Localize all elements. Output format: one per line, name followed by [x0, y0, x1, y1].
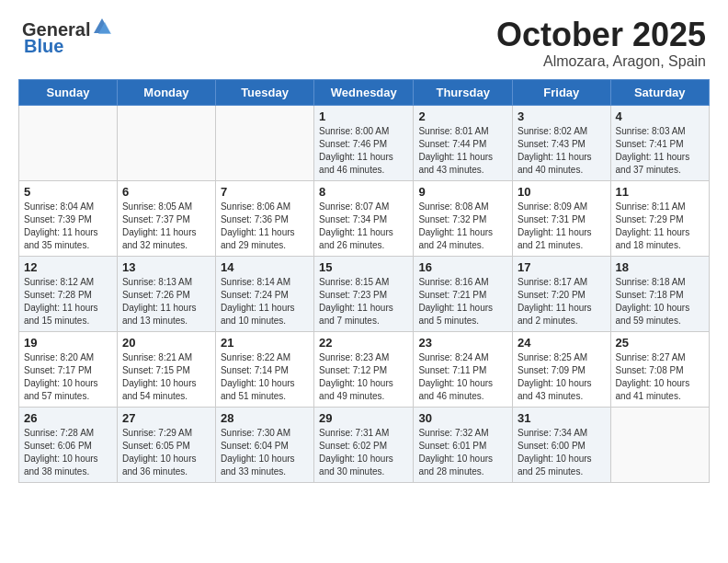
calendar-cell: [610, 407, 709, 482]
calendar-cell: 9Sunrise: 8:08 AM Sunset: 7:32 PM Daylig…: [414, 180, 513, 256]
day-info: Sunrise: 8:02 AM Sunset: 7:43 PM Dayligh…: [518, 125, 606, 177]
day-info: Sunrise: 8:14 AM Sunset: 7:24 PM Dayligh…: [221, 276, 309, 327]
calendar-cell: 5Sunrise: 8:04 AM Sunset: 7:39 PM Daylig…: [19, 180, 118, 256]
calendar-cell: 22Sunrise: 8:23 AM Sunset: 7:12 PM Dayli…: [314, 331, 414, 407]
calendar-cell: 8Sunrise: 8:07 AM Sunset: 7:34 PM Daylig…: [314, 180, 414, 256]
day-number: 24: [518, 336, 606, 350]
day-number: 4: [616, 109, 704, 123]
weekday-header-row: SundayMondayTuesdayWednesdayThursdayFrid…: [19, 79, 710, 105]
calendar-cell: 29Sunrise: 7:31 AM Sunset: 6:02 PM Dayli…: [314, 407, 414, 482]
day-number: 10: [518, 185, 606, 199]
day-number: 20: [122, 336, 210, 350]
day-number: 27: [122, 411, 210, 425]
day-number: 14: [221, 260, 309, 274]
calendar-wrapper: SundayMondayTuesdayWednesdayThursdayFrid…: [0, 79, 728, 492]
calendar-cell: 14Sunrise: 8:14 AM Sunset: 7:24 PM Dayli…: [215, 256, 313, 331]
day-number: 16: [418, 260, 507, 274]
day-number: 23: [418, 336, 507, 350]
logo-blue: Blue: [24, 37, 63, 55]
weekday-sunday: Sunday: [19, 79, 118, 105]
day-number: 29: [319, 411, 408, 425]
calendar-cell: 30Sunrise: 7:32 AM Sunset: 6:01 PM Dayli…: [414, 407, 513, 482]
day-info: Sunrise: 8:15 AM Sunset: 7:23 PM Dayligh…: [319, 276, 408, 327]
calendar-cell: 1Sunrise: 8:00 AM Sunset: 7:46 PM Daylig…: [314, 105, 414, 180]
location-title: Almozara, Aragon, Spain: [496, 53, 706, 70]
day-info: Sunrise: 8:06 AM Sunset: 7:36 PM Dayligh…: [221, 201, 309, 252]
day-number: 25: [616, 336, 704, 350]
day-info: Sunrise: 8:17 AM Sunset: 7:20 PM Dayligh…: [518, 276, 606, 327]
calendar-week-3: 12Sunrise: 8:12 AM Sunset: 7:28 PM Dayli…: [19, 256, 710, 331]
day-number: 28: [221, 411, 309, 425]
day-number: 11: [616, 185, 704, 199]
weekday-wednesday: Wednesday: [314, 79, 414, 105]
calendar-cell: [117, 105, 215, 180]
weekday-friday: Friday: [513, 79, 611, 105]
day-number: 7: [221, 185, 309, 199]
day-info: Sunrise: 7:29 AM Sunset: 6:05 PM Dayligh…: [122, 427, 210, 478]
calendar-table: SundayMondayTuesdayWednesdayThursdayFrid…: [18, 79, 710, 483]
calendar-cell: 11Sunrise: 8:11 AM Sunset: 7:29 PM Dayli…: [610, 180, 709, 256]
day-info: Sunrise: 8:01 AM Sunset: 7:44 PM Dayligh…: [418, 125, 507, 177]
day-number: 22: [319, 336, 408, 350]
weekday-saturday: Saturday: [610, 79, 709, 105]
calendar-week-1: 1Sunrise: 8:00 AM Sunset: 7:46 PM Daylig…: [19, 105, 710, 180]
day-info: Sunrise: 8:25 AM Sunset: 7:09 PM Dayligh…: [518, 351, 606, 403]
day-number: 15: [319, 260, 408, 274]
day-info: Sunrise: 8:07 AM Sunset: 7:34 PM Dayligh…: [319, 201, 408, 252]
calendar-cell: [19, 105, 118, 180]
day-info: Sunrise: 7:28 AM Sunset: 6:06 PM Dayligh…: [24, 427, 112, 478]
day-info: Sunrise: 8:12 AM Sunset: 7:28 PM Dayligh…: [24, 276, 112, 327]
day-info: Sunrise: 8:18 AM Sunset: 7:18 PM Dayligh…: [616, 276, 704, 327]
calendar-cell: 13Sunrise: 8:13 AM Sunset: 7:26 PM Dayli…: [117, 256, 215, 331]
header: General Blue October 2025 Almozara, Arag…: [0, 0, 728, 79]
calendar-cell: 15Sunrise: 8:15 AM Sunset: 7:23 PM Dayli…: [314, 256, 414, 331]
day-number: 19: [24, 336, 112, 350]
calendar-cell: 2Sunrise: 8:01 AM Sunset: 7:44 PM Daylig…: [414, 105, 513, 180]
day-number: 1: [319, 109, 408, 123]
calendar-cell: 10Sunrise: 8:09 AM Sunset: 7:31 PM Dayli…: [513, 180, 611, 256]
calendar-cell: [215, 105, 313, 180]
day-number: 31: [518, 411, 606, 425]
calendar-cell: 16Sunrise: 8:16 AM Sunset: 7:21 PM Dayli…: [414, 256, 513, 331]
day-number: 8: [319, 185, 408, 199]
day-info: Sunrise: 8:24 AM Sunset: 7:11 PM Dayligh…: [418, 351, 507, 403]
calendar-cell: 18Sunrise: 8:18 AM Sunset: 7:18 PM Dayli…: [610, 256, 709, 331]
calendar-cell: 25Sunrise: 8:27 AM Sunset: 7:08 PM Dayli…: [610, 331, 709, 407]
calendar-cell: 26Sunrise: 7:28 AM Sunset: 6:06 PM Dayli…: [19, 407, 118, 482]
day-info: Sunrise: 8:08 AM Sunset: 7:32 PM Dayligh…: [418, 201, 507, 252]
day-info: Sunrise: 8:03 AM Sunset: 7:41 PM Dayligh…: [616, 125, 704, 177]
day-info: Sunrise: 8:09 AM Sunset: 7:31 PM Dayligh…: [518, 201, 606, 252]
calendar-week-4: 19Sunrise: 8:20 AM Sunset: 7:17 PM Dayli…: [19, 331, 710, 407]
calendar-cell: 27Sunrise: 7:29 AM Sunset: 6:05 PM Dayli…: [117, 407, 215, 482]
day-number: 6: [122, 185, 210, 199]
day-info: Sunrise: 8:04 AM Sunset: 7:39 PM Dayligh…: [24, 201, 112, 252]
day-number: 2: [418, 109, 507, 123]
day-info: Sunrise: 8:13 AM Sunset: 7:26 PM Dayligh…: [122, 276, 210, 327]
day-info: Sunrise: 7:34 AM Sunset: 6:00 PM Dayligh…: [518, 427, 606, 478]
day-info: Sunrise: 8:11 AM Sunset: 7:29 PM Dayligh…: [616, 201, 704, 252]
day-number: 13: [122, 260, 210, 274]
calendar-cell: 17Sunrise: 8:17 AM Sunset: 7:20 PM Dayli…: [513, 256, 611, 331]
calendar-cell: 31Sunrise: 7:34 AM Sunset: 6:00 PM Dayli…: [513, 407, 611, 482]
calendar-cell: 4Sunrise: 8:03 AM Sunset: 7:41 PM Daylig…: [610, 105, 709, 180]
month-title: October 2025: [496, 17, 706, 53]
day-number: 18: [616, 260, 704, 274]
weekday-monday: Monday: [117, 79, 215, 105]
logo-icon: [92, 17, 112, 40]
day-info: Sunrise: 8:23 AM Sunset: 7:12 PM Dayligh…: [319, 351, 408, 403]
day-number: 9: [418, 185, 507, 199]
page: General Blue October 2025 Almozara, Arag…: [0, 0, 728, 563]
calendar-cell: 24Sunrise: 8:25 AM Sunset: 7:09 PM Dayli…: [513, 331, 611, 407]
logo: General Blue: [22, 17, 112, 55]
day-number: 30: [418, 411, 507, 425]
day-info: Sunrise: 8:21 AM Sunset: 7:15 PM Dayligh…: [122, 351, 210, 403]
day-number: 5: [24, 185, 112, 199]
day-number: 3: [518, 109, 606, 123]
day-info: Sunrise: 8:20 AM Sunset: 7:17 PM Dayligh…: [24, 351, 112, 403]
calendar-cell: 28Sunrise: 7:30 AM Sunset: 6:04 PM Dayli…: [215, 407, 313, 482]
weekday-tuesday: Tuesday: [215, 79, 313, 105]
calendar-cell: 21Sunrise: 8:22 AM Sunset: 7:14 PM Dayli…: [215, 331, 313, 407]
day-info: Sunrise: 8:27 AM Sunset: 7:08 PM Dayligh…: [616, 351, 704, 403]
calendar-cell: 23Sunrise: 8:24 AM Sunset: 7:11 PM Dayli…: [414, 331, 513, 407]
day-info: Sunrise: 7:31 AM Sunset: 6:02 PM Dayligh…: [319, 427, 408, 478]
